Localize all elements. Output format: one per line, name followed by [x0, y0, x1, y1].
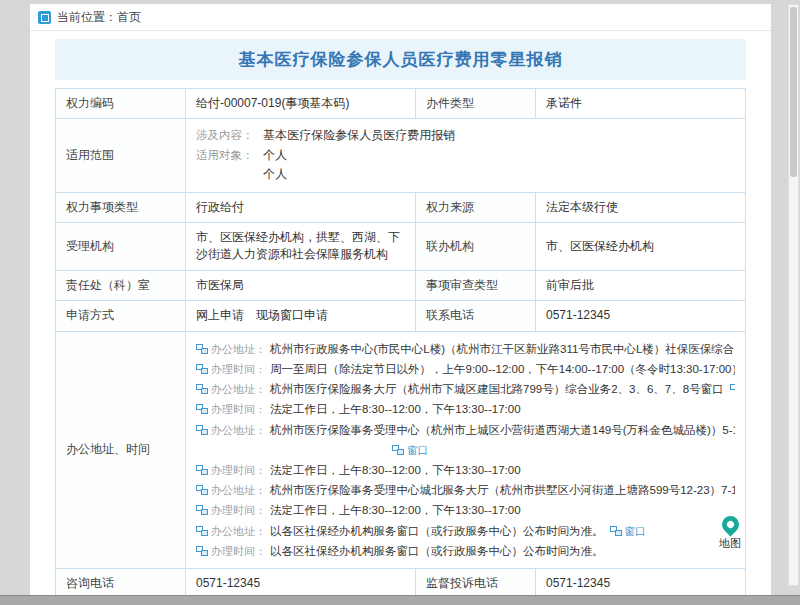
breadcrumb-text[interactable]: 当前位置：首页 [57, 9, 141, 26]
field-value-apply-method: 网上申请 现场窗口申请 [186, 301, 416, 331]
entry-text: 以各区社保经办机构服务窗口（或行政服务中心）公布时间为准。 [270, 525, 604, 537]
field-value-power-type: 行政给付 [186, 192, 416, 222]
entry-label: 办理时间： [211, 464, 266, 476]
scope-object-label: 适用对象： [196, 147, 260, 164]
field-value-contact-phone: 0571-12345 [536, 301, 746, 331]
entry-label: 办公地址： [211, 343, 266, 355]
office-entry: 办公地址：杭州市医疗保险事务受理中心（杭州市上城区小营街道西湖大道149号(万科… [196, 421, 735, 439]
entry-label: 办理时间： [211, 545, 266, 557]
entry-label: 办理时间： [211, 363, 266, 375]
clock-icon [196, 404, 208, 414]
entry-label: 办公地址： [211, 484, 266, 496]
map-label: 地图 [719, 536, 741, 552]
window-icon [730, 384, 735, 394]
office-entry: 办公地址：杭州市行政服务中心(市民中心L楼)（杭州市江干区新业路311号市民中心… [196, 340, 735, 358]
scope-object-value: 个人 [263, 148, 287, 162]
field-label-scope: 适用范围 [56, 119, 186, 192]
entry-text: 以各区社保经办机构服务窗口（或行政服务中心）公布时间为准。 [270, 545, 604, 557]
clock-icon [196, 465, 208, 475]
field-label-review-type: 事项审查类型 [416, 270, 536, 300]
table-row: 权力事项类型 行政给付 权力来源 法定本级行使 [56, 192, 746, 222]
field-value-complaint-phone: 0571-12345 [536, 569, 746, 596]
map-pin-icon [718, 513, 742, 537]
office-entry: 办理时间：周一至周日（除法定节日以外），上午9:00--12:00，下午14:0… [196, 360, 735, 378]
window-icon [392, 445, 404, 455]
field-label-consult-phone: 咨询电话 [56, 569, 186, 596]
entry-label: 办公地址： [211, 383, 266, 395]
field-value-dept: 市医保局 [186, 270, 416, 300]
scope-content-label: 涉及内容： [196, 127, 260, 144]
field-value-consult-phone: 0571-12345 [186, 569, 416, 596]
office-entry: 办理时间：法定工作日，上午8:30--12:00，下午13:30--17:00 [196, 501, 735, 519]
entry-text: 法定工作日，上午8:30--12:00，下午13:30--17:00 [270, 403, 521, 415]
field-label-joint-org: 联办机构 [416, 222, 536, 270]
field-label-office: 办公地址、时间 [56, 331, 186, 569]
content-panel: 当前位置：首页 基本医疗保险参保人员医疗费用零星报销 权力编码 给付-00007… [30, 4, 771, 596]
badge-label: 窗口 [625, 525, 646, 537]
vertical-scrollbar[interactable] [788, 4, 799, 586]
entry-label: 办理时间： [211, 403, 266, 415]
scope-object-row-2: 个人 [196, 166, 735, 183]
table-row: 申请方式 网上申请 现场窗口申请 联系电话 0571-12345 [56, 301, 746, 331]
clock-icon [196, 364, 208, 374]
table-row: 权力编码 给付-00007-019(事项基本码) 办件类型 承诺件 [56, 89, 746, 119]
table-row: 咨询电话 0571-12345 监督投诉电话 0571-12345 [56, 569, 746, 596]
table-row: 责任处（科）室 市医保局 事项审查类型 前审后批 [56, 270, 746, 300]
info-table: 权力编码 给付-00007-019(事项基本码) 办件类型 承诺件 适用范围 涉… [55, 88, 746, 596]
entry-text: 杭州市医疗保险服务大厅（杭州市下城区建国北路799号）综合业务2、3、6、7、8… [270, 383, 724, 395]
entry-label: 办公地址： [211, 424, 266, 436]
table-row: 适用范围 涉及内容： 基本医疗保险参保人员医疗费用报销 适用对象： 个人 个人 [56, 119, 746, 192]
field-value-code: 给付-00007-019(事项基本码) [186, 89, 416, 119]
building-icon [196, 526, 208, 536]
horizontal-scrollbar[interactable] [0, 595, 800, 605]
office-entry: 办理时间：法定工作日，上午8:30--12:00，下午13:30--17:00 [196, 400, 735, 418]
field-value-item-type: 承诺件 [536, 89, 746, 119]
scope-content-row: 涉及内容： 基本医疗保险参保人员医疗费用报销 [196, 127, 735, 144]
field-label-power-source: 权力来源 [416, 192, 536, 222]
field-value-review-type: 前审后批 [536, 270, 746, 300]
scope-object-value-2: 个人 [263, 167, 287, 181]
field-label-contact-phone: 联系电话 [416, 301, 536, 331]
field-label-power-type: 权力事项类型 [56, 192, 186, 222]
entry-label: 办公地址： [211, 525, 266, 537]
window-badge[interactable]: 窗口 [730, 382, 735, 398]
location-icon [38, 11, 51, 24]
breadcrumb: 当前位置：首页 [30, 4, 771, 31]
entry-label: 办理时间： [211, 504, 266, 516]
field-value-accept-org: 市、区医保经办机构，拱墅、西湖、下沙街道人力资源和社会保障服务机构 [186, 222, 416, 270]
field-label-accept-org: 受理机构 [56, 222, 186, 270]
field-value-power-source: 法定本级行使 [536, 192, 746, 222]
field-label-item-type: 办件类型 [416, 89, 536, 119]
table-row: 受理机构 市、区医保经办机构，拱墅、西湖、下沙街道人力资源和社会保障服务机构 联… [56, 222, 746, 270]
office-entry: 办理时间：以各区社保经办机构服务窗口（或行政服务中心）公布时间为准。 [196, 542, 735, 560]
main-content: 基本医疗保险参保人员医疗费用零星报销 权力编码 给付-00007-019(事项基… [30, 31, 771, 596]
entry-text: 周一至周日（除法定节日以外），上午9:00--12:00，下午14:00--17… [270, 363, 735, 375]
scope-object-row: 适用对象： 个人 [196, 147, 735, 164]
entry-text: 法定工作日，上午8:30--12:00，下午13:30--17:00 [270, 464, 521, 476]
building-icon [196, 425, 208, 435]
office-address-time-cell: 办公地址：杭州市行政服务中心(市民中心L楼)（杭州市江干区新业路311号市民中心… [186, 331, 746, 569]
badge-label: 窗口 [407, 444, 428, 456]
page-title: 基本医疗保险参保人员医疗费用零星报销 [55, 39, 746, 80]
window-badge[interactable]: 窗口 [610, 524, 646, 540]
field-label-complaint-phone: 监督投诉电话 [416, 569, 536, 596]
window-icon [610, 526, 622, 536]
field-label-apply-method: 申请方式 [56, 301, 186, 331]
entry-text: 杭州市医疗保险事务受理中心（杭州市上城区小营街道西湖大道149号(万科金色城品楼… [270, 424, 735, 436]
field-label-dept: 责任处（科）室 [56, 270, 186, 300]
map-link[interactable]: 地图 [719, 516, 741, 552]
entry-text: 法定工作日，上午8:30--12:00，下午13:30--17:00 [270, 504, 521, 516]
window-badge[interactable]: 窗口 [392, 443, 428, 459]
scope-content-value: 基本医疗保险参保人员医疗费用报销 [263, 128, 455, 142]
office-entry: 办公地址：杭州市医疗保险服务大厅（杭州市下城区建国北路799号）综合业务2、3、… [196, 380, 735, 398]
entry-text: 杭州市行政服务中心(市民中心L楼)（杭州市江干区新业路311号市民中心L楼）社保… [270, 343, 735, 355]
field-label-code: 权力编码 [56, 89, 186, 119]
office-entry: 办理时间：法定工作日，上午8:30--12:00，下午13:30--17:00 [196, 461, 735, 479]
clock-icon [196, 505, 208, 515]
building-icon [196, 344, 208, 354]
clock-icon [196, 546, 208, 556]
table-row: 办公地址、时间 办公地址：杭州市行政服务中心(市民中心L楼)（杭州市江干区新业路… [56, 331, 746, 569]
field-value-scope: 涉及内容： 基本医疗保险参保人员医疗费用报销 适用对象： 个人 个人 [186, 119, 746, 192]
office-entry: 办公地址：以各区社保经办机构服务窗口（或行政服务中心）公布时间为准。窗口 [196, 522, 735, 540]
scrollbar-thumb[interactable] [790, 7, 797, 177]
